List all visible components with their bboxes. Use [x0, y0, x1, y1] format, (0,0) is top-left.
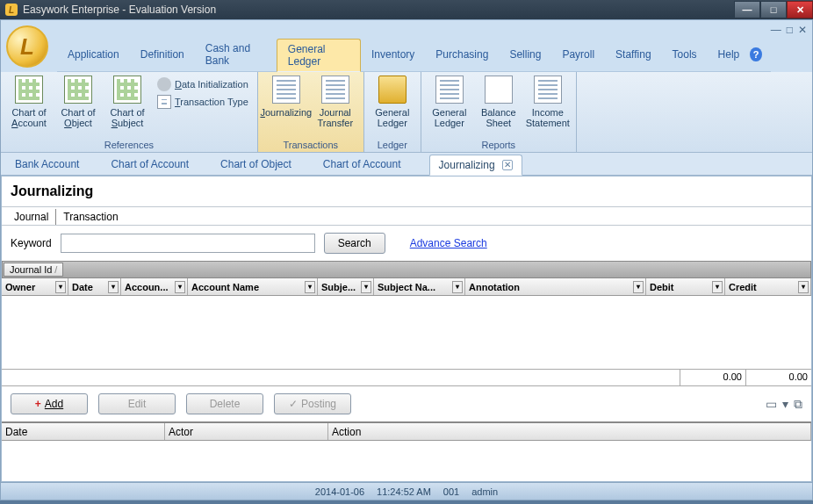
child-window-controls: — □ ✕ [771, 24, 807, 36]
child-maximize-button[interactable]: □ [787, 24, 793, 36]
chevron-down-icon[interactable]: ▾ [782, 397, 788, 411]
document-tabs: Bank Account Chart of Account Chart of O… [1, 153, 812, 176]
chevron-down-icon[interactable]: ▾ [175, 281, 185, 293]
status-code: 001 [443, 486, 459, 497]
ribbon-group-label: Transactions [262, 140, 360, 152]
ribbon-chart-of-object[interactable]: Chart of Object [54, 74, 103, 128]
window-title: Easywork Enterprise - Evaluation Version [23, 4, 216, 16]
log-col-date[interactable]: Date [2, 423, 165, 440]
app-header: L Application Definition Cash and Bank G… [1, 20, 812, 72]
close-tab-icon[interactable]: ✕ [502, 160, 513, 170]
grid-sum-row: 0.00 0.00 [2, 369, 811, 386]
gear-icon [157, 77, 171, 91]
ribbon-group-references: Chart of Account Chart of Object Chart o… [1, 72, 258, 152]
col-subject-name[interactable]: Subject Na...▾ [374, 278, 465, 295]
tab-chart-of-account-2[interactable]: Chart of Account [320, 155, 405, 174]
keyword-label: Keyword [11, 237, 52, 249]
delete-button[interactable]: Delete [186, 393, 263, 414]
sum-debit: 0.00 [680, 370, 745, 385]
menu-staffing[interactable]: Staffing [605, 45, 661, 64]
tab-bank-account[interactable]: Bank Account [11, 155, 83, 174]
chevron-down-icon[interactable]: ▾ [712, 281, 723, 293]
log-col-actor[interactable]: Actor [165, 423, 328, 440]
ribbon-group-label: References [4, 140, 254, 152]
chevron-down-icon[interactable]: ▾ [108, 281, 119, 293]
menu-inventory[interactable]: Inventory [361, 45, 425, 64]
status-time: 11:24:52 AM [377, 486, 431, 497]
chevron-down-icon[interactable]: ▾ [798, 281, 809, 293]
os-minimize-button[interactable]: — [734, 1, 760, 18]
chevron-down-icon[interactable]: ▾ [452, 281, 463, 293]
chart-icon [113, 76, 141, 104]
chevron-down-icon[interactable]: ▾ [55, 281, 66, 293]
ribbon-data-initialization[interactable]: Data Initialization [157, 77, 248, 91]
search-button[interactable]: Search [324, 233, 385, 254]
menu-tools[interactable]: Tools [662, 45, 708, 64]
ribbon-group-reports: General Ledger Balance Sheet Income Stat… [421, 72, 577, 152]
copy-icon[interactable]: ⧉ [794, 397, 802, 412]
menu-application[interactable]: Application [57, 45, 130, 64]
income-icon [534, 76, 562, 104]
posting-button[interactable]: ✓ Posting [274, 393, 351, 414]
advance-search-link[interactable]: Advance Search [410, 237, 487, 249]
ribbon-group-label: Reports [425, 140, 572, 152]
menu-definition[interactable]: Definition [130, 45, 195, 64]
col-owner[interactable]: Owner▾ [2, 278, 68, 295]
child-minimize-button[interactable]: — [771, 24, 781, 36]
chevron-down-icon[interactable]: ▾ [361, 281, 371, 293]
menu-general-ledger[interactable]: General Ledger [277, 39, 361, 72]
menu-cash-and-bank[interactable]: Cash and Bank [195, 39, 277, 70]
os-maximize-button[interactable]: □ [760, 1, 787, 18]
grid-actions: +Add Edit Delete ✓ Posting ▭ ▾ ⧉ [2, 386, 811, 421]
col-subject[interactable]: Subje...▾ [318, 278, 374, 295]
child-close-button[interactable]: ✕ [798, 24, 807, 36]
ribbon-chart-of-account[interactable]: Chart of Account [4, 74, 54, 128]
menu-payroll[interactable]: Payroll [551, 45, 605, 64]
keyword-input[interactable] [61, 234, 315, 253]
tab-chart-of-account[interactable]: Chart of Account [107, 155, 192, 174]
grid-columns: Owner▾ Date▾ Accoun...▾ Account Name▾ Su… [2, 278, 811, 296]
inner-tab-journal[interactable]: Journal [7, 209, 56, 225]
col-debit[interactable]: Debit▾ [646, 278, 725, 295]
col-credit[interactable]: Credit▾ [725, 278, 811, 295]
inner-tabs: Journal Transaction [2, 207, 811, 226]
add-button[interactable]: +Add [11, 393, 88, 414]
menu-help[interactable]: Help [708, 45, 751, 64]
col-annotation[interactable]: Annotation▾ [465, 278, 646, 295]
edit-button[interactable]: Edit [98, 393, 176, 414]
logo-icon: L [6, 25, 48, 68]
ribbon-journalizing[interactable]: Journalizing [262, 74, 311, 118]
chevron-down-icon[interactable]: ▾ [633, 281, 644, 293]
status-date: 2014-01-06 [315, 486, 364, 497]
report-icon [435, 76, 464, 104]
menu-selling[interactable]: Selling [499, 45, 551, 64]
grid-body [2, 296, 811, 369]
menu-purchasing[interactable]: Purchasing [425, 45, 499, 64]
app-window: L Application Definition Cash and Bank G… [0, 19, 813, 500]
ribbon-chart-of-subject[interactable]: Chart of Subject [103, 74, 152, 128]
tab-journalizing[interactable]: Journalizing ✕ [429, 155, 522, 176]
ribbon-general-ledger[interactable]: General Ledger [368, 74, 417, 128]
ribbon-report-balance-sheet[interactable]: Balance Sheet [474, 74, 523, 128]
content-pane: Journalizing Journal Transaction Keyword… [1, 176, 812, 482]
ribbon-transaction-type[interactable]: Transaction Type [157, 95, 248, 109]
export-icon[interactable]: ▭ [766, 397, 777, 411]
col-account[interactable]: Accoun...▾ [121, 278, 188, 295]
log-col-action[interactable]: Action [328, 423, 811, 440]
doc-icon [157, 95, 171, 109]
ribbon-group-transactions: Journalizing Journal Transfer Transactio… [258, 72, 364, 152]
page-title: Journalizing [2, 176, 811, 207]
os-close-button[interactable]: ✕ [787, 1, 813, 18]
grid-group-cell[interactable]: Journal Id [4, 263, 63, 277]
col-date[interactable]: Date▾ [68, 278, 121, 295]
chevron-down-icon[interactable]: ▾ [305, 281, 315, 293]
help-icon[interactable]: ? [750, 47, 761, 61]
inner-tab-transaction[interactable]: Transaction [56, 209, 125, 225]
ribbon-report-general-ledger[interactable]: General Ledger [425, 74, 474, 128]
ribbon-report-income-statement[interactable]: Income Statement [523, 74, 572, 128]
ribbon-group-label: Ledger [368, 140, 417, 152]
tab-chart-of-object[interactable]: Chart of Object [217, 155, 295, 174]
ribbon: Chart of Account Chart of Object Chart o… [1, 72, 812, 153]
ribbon-journal-transfer[interactable]: Journal Transfer [311, 74, 360, 128]
col-account-name[interactable]: Account Name▾ [188, 278, 318, 295]
